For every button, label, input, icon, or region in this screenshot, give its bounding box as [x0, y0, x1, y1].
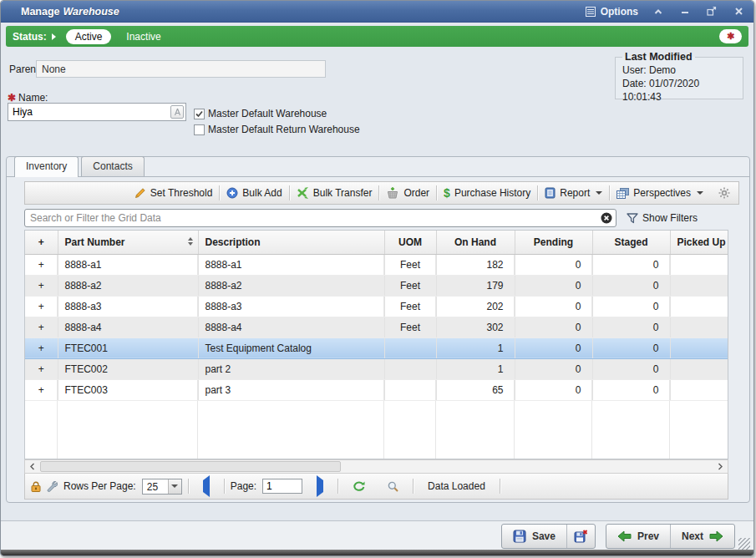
collapse-button[interactable] [652, 5, 665, 18]
column-on-hand[interactable]: On Hand [436, 231, 515, 254]
clear-search-button[interactable] [601, 212, 612, 224]
status-active-button[interactable]: Active [66, 29, 112, 44]
filter-funnel-icon [627, 213, 638, 224]
last-modified-user: User: Demo [622, 63, 736, 77]
cell-uom: Feet [384, 254, 436, 275]
prev-button[interactable]: Prev [606, 525, 670, 548]
next-button[interactable]: Next [670, 525, 734, 548]
search-grid-button[interactable] [379, 481, 407, 492]
popout-button[interactable] [705, 5, 718, 18]
last-modified-title: Last Modified [622, 51, 695, 63]
special-character-button[interactable] [170, 105, 184, 119]
options-button[interactable]: Options [586, 6, 638, 18]
name-field[interactable] [8, 106, 170, 118]
cell-part-number: 8888-a4 [58, 317, 198, 337]
tab-inventory[interactable]: Inventory [14, 156, 79, 177]
pencil-icon [134, 187, 146, 199]
column-uom[interactable]: UOM [384, 231, 436, 254]
cell-description: part 2 [198, 358, 384, 379]
grid-status-text: Data Loaded [419, 480, 494, 492]
bulk-transfer-button[interactable]: Bulk Transfer [290, 183, 379, 203]
column-description[interactable]: Description [198, 231, 384, 254]
table-row[interactable]: + 8888-a2 8888-a2 Feet 179 0 0 [25, 275, 728, 296]
master-default-warehouse-checkbox[interactable]: Master Default Warehouse [194, 108, 327, 119]
table-row[interactable]: + FTEC003 part 3 65 0 0 [25, 379, 728, 400]
chevron-right-icon [718, 463, 723, 470]
cell-picked-up [670, 254, 728, 275]
table-row-selected[interactable]: + FTEC001 Test Equipment Catalog 1 0 0 [25, 337, 728, 358]
cell-staged: 0 [592, 358, 670, 379]
window-title-emphasis: Warehouse [63, 6, 119, 18]
minimize-button[interactable] [678, 5, 692, 18]
expand-row-button[interactable]: + [25, 275, 58, 296]
cell-uom: Feet [384, 275, 436, 296]
parent-field[interactable] [36, 60, 326, 78]
manage-warehouse-window: ManageWarehouse Options Status: Active I… [0, 0, 754, 556]
rows-per-page-value: 25 [143, 479, 168, 494]
table-row[interactable]: + 8888-a4 8888-a4 Feet 302 0 0 [25, 317, 728, 337]
scroll-left-button[interactable] [25, 460, 39, 473]
grid-toolbar: Set Threshold Bulk Add Bulk Transfer Ord… [24, 181, 739, 205]
set-threshold-button[interactable]: Set Threshold [128, 183, 220, 203]
master-default-return-warehouse-checkbox[interactable]: Master Default Return Warehouse [194, 124, 360, 135]
close-button[interactable] [732, 5, 745, 18]
cell-uom: Feet [384, 296, 436, 317]
pager-separator [188, 479, 189, 494]
lock-icon[interactable] [31, 481, 41, 492]
save-and-close-button[interactable] [566, 525, 595, 548]
save-button[interactable]: Save [502, 525, 566, 548]
column-pending[interactable]: Pending [515, 231, 592, 254]
resize-grip[interactable] [738, 538, 750, 550]
pager-separator [224, 479, 225, 494]
pager-separator [500, 479, 500, 494]
expand-row-button[interactable]: + [25, 337, 58, 358]
refresh-icon [353, 481, 365, 492]
scrollbar-thumb[interactable] [40, 461, 341, 472]
grid-search-input[interactable] [24, 209, 616, 227]
expand-row-button[interactable]: + [25, 296, 58, 317]
cell-staged: 0 [592, 296, 670, 317]
next-page-button[interactable] [308, 480, 332, 492]
pager-separator [337, 479, 338, 494]
column-staged[interactable]: Staged [592, 231, 670, 254]
tab-contacts[interactable]: Contacts [81, 156, 144, 176]
table-row[interactable]: + FTEC002 part 2 1 0 0 [25, 358, 728, 379]
page-number-input[interactable] [262, 479, 302, 494]
cell-pending: 0 [515, 254, 592, 275]
column-picked-up[interactable]: Picked Up [670, 231, 728, 254]
expand-row-button[interactable]: + [25, 379, 58, 400]
report-button[interactable]: Report [538, 183, 609, 203]
purchase-history-button[interactable]: $ Purchase History [437, 183, 537, 203]
expand-row-button[interactable]: + [25, 254, 58, 275]
horizontal-scrollbar[interactable] [24, 459, 728, 474]
table-row[interactable]: + 8888-a1 8888-a1 Feet 182 0 0 [25, 254, 728, 275]
expand-row-button[interactable]: + [25, 317, 58, 337]
cell-pending: 0 [515, 379, 592, 400]
status-inactive-button[interactable]: Inactive [121, 29, 165, 44]
cell-picked-up [670, 358, 728, 379]
status-bar: Status: Active Inactive ✱ [6, 26, 748, 47]
table-row[interactable]: + 8888-a3 8888-a3 Feet 202 0 0 [25, 296, 728, 317]
cell-picked-up [670, 379, 728, 400]
checkbox-label: Master Default Warehouse [208, 108, 327, 119]
bulk-add-button[interactable]: Bulk Add [220, 183, 288, 203]
wrench-icon[interactable] [47, 481, 58, 492]
grid-settings-button[interactable] [710, 187, 733, 199]
refresh-button[interactable] [344, 481, 373, 492]
previous-page-button[interactable] [195, 480, 218, 492]
tab-strip: Inventory Contacts [7, 157, 749, 177]
cell-picked-up [670, 275, 728, 296]
sort-icon [188, 237, 193, 246]
required-fields-badge[interactable]: ✱ [719, 29, 742, 43]
scroll-right-button[interactable] [713, 460, 728, 473]
cell-uom: Feet [384, 317, 436, 337]
order-button[interactable]: Order [379, 183, 436, 203]
column-part-number[interactable]: Part Number [58, 231, 198, 254]
rows-per-page-select[interactable]: 25 [142, 479, 182, 495]
column-expand[interactable]: + [25, 231, 58, 254]
show-filters-button[interactable]: Show Filters [627, 212, 698, 224]
cell-staged: 0 [592, 254, 670, 275]
perspectives-icon [616, 188, 629, 199]
expand-row-button[interactable]: + [25, 358, 58, 379]
perspectives-button[interactable]: Perspectives [610, 183, 710, 203]
